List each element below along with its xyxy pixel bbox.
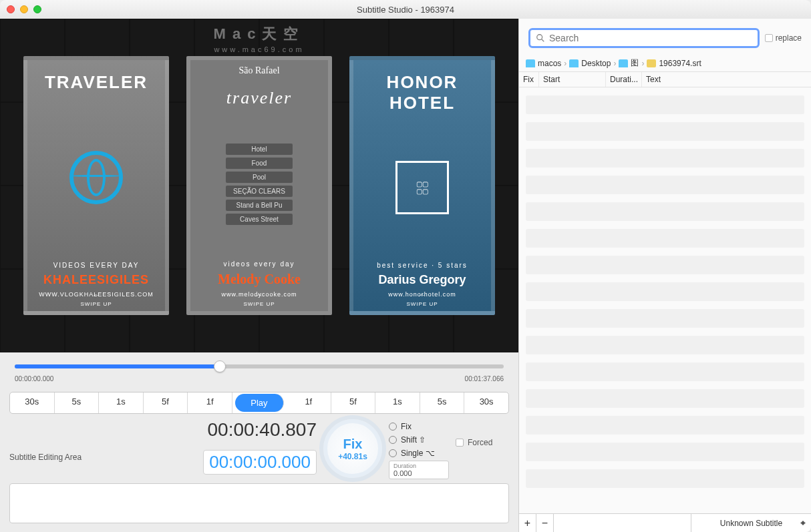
forced-checkbox[interactable]: Forced <box>456 438 509 447</box>
chevron-up-icon: ︿ <box>256 290 263 299</box>
list-item[interactable] <box>526 309 804 328</box>
right-footer: + − Unknown Subtitle <box>519 513 811 532</box>
card2-name: Melody Cooke <box>218 272 301 287</box>
subtitle-text-input[interactable] <box>9 483 509 523</box>
col-start[interactable]: Start <box>539 72 606 87</box>
seek-back-30s[interactable]: 30s <box>10 392 55 413</box>
seek-fwd-5f[interactable]: 5f <box>331 392 376 413</box>
video-preview: Mac天空 www.mac69.com TRAVELER VIDEOS EVER… <box>0 19 518 352</box>
search-icon <box>536 33 545 43</box>
list-item[interactable] <box>526 122 804 141</box>
folder-icon <box>619 59 628 67</box>
current-timecode: 00:00:40.807 <box>208 419 317 441</box>
timeline-scrubber[interactable] <box>15 360 504 372</box>
svg-line-1 <box>542 39 544 42</box>
list-item[interactable] <box>526 389 804 408</box>
chevron-up-icon: ︿ <box>93 290 100 299</box>
seek-fwd-5s[interactable]: 5s <box>420 392 465 413</box>
minimize-window-button[interactable] <box>20 5 28 13</box>
globe-icon <box>69 151 123 204</box>
seek-fwd-1f[interactable]: 1f <box>287 392 331 413</box>
list-item[interactable] <box>526 282 804 301</box>
folder-icon <box>526 59 535 67</box>
card2-sub: videos every day <box>223 260 295 268</box>
mode-shift-radio[interactable]: Shift ⇧ <box>389 435 449 445</box>
replace-checkbox[interactable]: replace <box>765 33 802 43</box>
folder-icon <box>569 59 579 67</box>
seek-back-1s[interactable]: 1s <box>99 392 144 413</box>
list-item[interactable] <box>526 362 804 381</box>
preview-card-2: São Rafael traveler Hotel Food Pool SEÇÃ… <box>186 56 332 315</box>
card2-script: São Rafael <box>238 65 279 76</box>
play-button[interactable]: Play <box>235 394 284 412</box>
table-header: Fix Start Durati... Text <box>519 72 811 87</box>
card1-sub: VIDEOS EVERY DAY <box>53 262 140 269</box>
card1-swipe: SWIPE UP <box>80 301 112 307</box>
col-fix[interactable]: Fix <box>519 72 539 87</box>
card3-sub: best service · 5 stars <box>377 262 468 269</box>
fix-offset: +40.81s <box>338 452 367 461</box>
list-item[interactable] <box>526 256 804 274</box>
mode-fix-radio[interactable]: Fix <box>389 422 449 431</box>
file-icon <box>647 59 656 67</box>
seek-fwd-30s[interactable]: 30s <box>464 392 508 413</box>
preview-card-1: TRAVELER VIDEOS EVERY DAY KHALEESIGILES … <box>23 56 169 315</box>
time-start: 00:00:00.000 <box>15 375 53 382</box>
search-box[interactable] <box>528 28 760 48</box>
subtitle-list[interactable] <box>519 87 811 513</box>
seek-back-1f[interactable]: 1f <box>188 392 232 413</box>
edit-timecode[interactable]: 00:00:00.000 <box>203 450 317 475</box>
col-text[interactable]: Text <box>642 72 811 87</box>
col-duration[interactable]: Durati... <box>606 72 642 87</box>
card3-title: HONORHOTEL <box>387 72 458 113</box>
list-item[interactable] <box>526 469 804 488</box>
card3-name: Darius Gregory <box>378 273 466 287</box>
list-item[interactable] <box>526 416 804 435</box>
svg-point-0 <box>537 35 542 40</box>
zoom-window-button[interactable] <box>33 5 41 13</box>
seek-fwd-1s[interactable]: 1s <box>375 392 420 413</box>
seek-back-5f[interactable]: 5f <box>144 392 188 413</box>
signpost-icon: Hotel Food Pool SEÇÃO CLEARS Stand a Bel… <box>226 144 293 225</box>
card3-swipe: SWIPE UP <box>406 301 438 307</box>
list-item[interactable] <box>526 95 804 114</box>
seek-button-row: 30s 5s 1s 5f 1f Play 1f 5f 1s 5s 30s <box>9 392 509 414</box>
seek-back-5s[interactable]: 5s <box>55 392 100 413</box>
fix-label: Fix <box>343 437 363 452</box>
preview-card-3: HONORHOTEL ▢▢▢▢ best service · 5 stars D… <box>349 56 495 315</box>
titlebar: Subtitle Studio - 1963974 <box>0 0 811 19</box>
subtitle-editing-label: Subtitle Editing Area <box>9 453 130 462</box>
card2-swipe: SWIPE UP <box>243 301 275 307</box>
card1-name: KHALEESIGILES <box>43 273 149 287</box>
time-end: 00:01:37.066 <box>465 375 504 382</box>
add-subtitle-button[interactable]: + <box>519 514 536 532</box>
mode-single-radio[interactable]: Single ⌥ <box>389 449 449 458</box>
duration-field[interactable]: Duration 0.000 <box>389 461 449 479</box>
card2-title: traveler <box>226 88 292 108</box>
list-item[interactable] <box>526 443 804 461</box>
list-item[interactable] <box>526 202 804 221</box>
fix-button[interactable]: Fix +40.81s <box>323 419 382 478</box>
window-title: Subtitle Studio - 1963974 <box>357 5 454 15</box>
list-item[interactable] <box>526 229 804 248</box>
search-input[interactable] <box>549 33 752 43</box>
close-window-button[interactable] <box>7 5 15 13</box>
chevron-up-icon: ︿ <box>419 290 426 299</box>
remove-subtitle-button[interactable]: − <box>536 514 554 532</box>
hotel-icon: ▢▢▢▢ <box>395 161 449 214</box>
subtitle-format-select[interactable]: Unknown Subtitle <box>691 514 811 532</box>
scrubber-thumb[interactable] <box>214 360 226 372</box>
card1-title: TRAVELER <box>45 72 148 93</box>
breadcrumb[interactable]: macos› Desktop› 图› 1963974.srt <box>519 55 811 72</box>
list-item[interactable] <box>526 149 804 168</box>
list-item[interactable] <box>526 336 804 354</box>
list-item[interactable] <box>526 176 804 194</box>
